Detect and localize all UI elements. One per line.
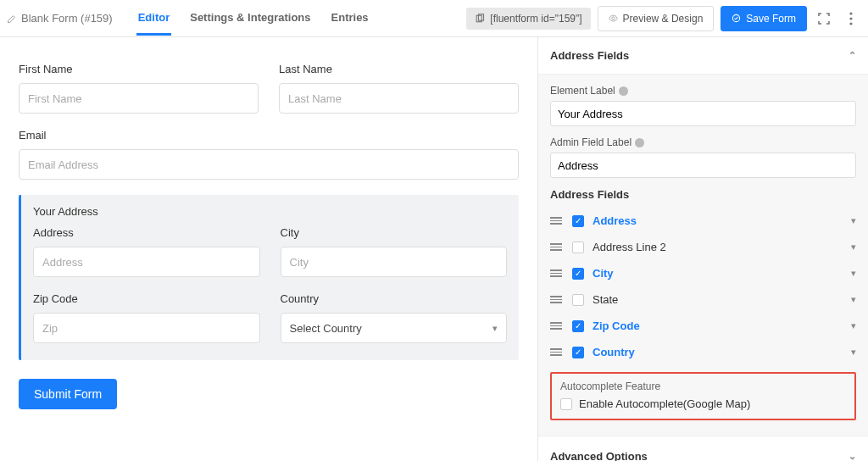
label-last-name: Last Name [279, 63, 519, 75]
field-first-name[interactable]: First Name [19, 63, 259, 114]
submit-button[interactable]: Submit Form [19, 379, 117, 409]
chevron-down-icon[interactable]: ▾ [851, 347, 856, 358]
info-icon[interactable] [619, 86, 628, 96]
autocomplete-label: Enable Autocomplete(Google Map) [579, 397, 750, 410]
address-field-label[interactable]: Country [593, 346, 843, 358]
advanced-options[interactable]: Advanced Options ⌄ [538, 436, 868, 461]
chevron-down-icon[interactable]: ▾ [851, 215, 856, 226]
element-label-caption: Element Label [550, 85, 856, 97]
address-field-row: Country▾ [550, 339, 856, 365]
save-button[interactable]: Save Form [721, 6, 807, 31]
address-field-label[interactable]: Address Line 2 [593, 241, 843, 253]
address-field-row: City▾ [550, 260, 856, 286]
element-label-row: Element Label [550, 85, 856, 126]
drag-handle-icon[interactable] [550, 217, 564, 225]
field-last-name[interactable]: Last Name [279, 63, 519, 114]
input-last-name[interactable] [279, 83, 519, 114]
svg-point-2 [611, 17, 614, 19]
address-field-row: Address▾ [550, 208, 856, 234]
eye-icon [609, 14, 618, 23]
address-field-checkbox[interactable] [572, 268, 584, 280]
label-address: Address [33, 226, 260, 239]
main: First Name Last Name Email Your Address … [0, 37, 868, 461]
advanced-options-label: Advanced Options [550, 450, 648, 461]
tabs: Editor Settings & Integrations Entries [136, 1, 370, 36]
more-icon[interactable] [844, 12, 858, 25]
field-zip[interactable]: Zip Code [33, 292, 260, 343]
admin-label-caption: Admin Field Label [550, 136, 856, 148]
label-city: City [281, 226, 508, 239]
address-field-checkbox[interactable] [572, 242, 584, 253]
form-title-text: Blank Form (#159) [21, 12, 113, 25]
accordion-address-fields[interactable]: Address Fields ⌃ [538, 37, 868, 75]
input-zip[interactable] [33, 313, 260, 343]
selected-block-title: Your Address [33, 205, 507, 218]
form-canvas: First Name Last Name Email Your Address … [0, 37, 537, 461]
label-first-name: First Name [19, 63, 259, 75]
address-field-checkbox[interactable] [572, 320, 584, 332]
shortcode-pill[interactable]: [fluentform id="159"] [466, 8, 590, 30]
field-country[interactable]: Country Select Country ▾ [281, 292, 508, 343]
info-icon[interactable] [635, 138, 644, 147]
label-country: Country [281, 292, 508, 305]
form-title[interactable]: Blank Form (#159) [7, 12, 113, 25]
expand-icon[interactable] [817, 12, 831, 25]
field-email[interactable]: Email [19, 129, 519, 180]
drag-handle-icon[interactable] [550, 322, 564, 330]
input-address[interactable] [33, 247, 260, 277]
autocomplete-checkbox[interactable] [560, 398, 572, 410]
save-label: Save Form [746, 13, 796, 25]
chevron-down-icon[interactable]: ▾ [851, 320, 856, 331]
chevron-up-icon: ⌃ [849, 50, 856, 61]
select-country-value: Select Country [290, 322, 362, 335]
address-field-label[interactable]: State [593, 293, 843, 306]
label-email: Email [19, 129, 519, 142]
address-field-checkbox[interactable] [572, 347, 584, 358]
selected-address-block[interactable]: Your Address Address City Zip Code Count… [19, 195, 519, 360]
svg-point-5 [849, 17, 852, 19]
drag-handle-icon[interactable] [550, 348, 564, 356]
address-field-label[interactable]: Address [593, 214, 843, 227]
preview-label: Preview & Design [623, 13, 704, 25]
address-field-label[interactable]: Zip Code [593, 319, 843, 332]
address-field-row: Zip Code▾ [550, 313, 856, 339]
autocomplete-title: Autocomplete Feature [560, 380, 846, 392]
element-label-input[interactable] [550, 101, 856, 126]
address-field-label[interactable]: City [593, 267, 843, 280]
chevron-down-icon[interactable]: ▾ [851, 242, 856, 253]
drag-handle-icon[interactable] [550, 243, 564, 251]
field-city[interactable]: City [281, 226, 508, 277]
input-first-name[interactable] [19, 83, 259, 114]
address-fields-subhead: Address Fields [550, 188, 856, 201]
field-address[interactable]: Address [33, 226, 260, 277]
address-field-checkbox[interactable] [572, 215, 584, 227]
svg-point-6 [849, 22, 852, 25]
topbar-right: [fluentform id="159"] Preview & Design S… [466, 6, 861, 31]
drag-handle-icon[interactable] [550, 296, 564, 303]
copy-icon [475, 14, 485, 24]
address-field-row: State▾ [550, 286, 856, 313]
address-field-checkbox[interactable] [572, 294, 584, 306]
tab-settings[interactable]: Settings & Integrations [188, 1, 312, 36]
check-circle-icon [732, 14, 741, 23]
preview-button[interactable]: Preview & Design [598, 6, 715, 31]
topbar-left: Blank Form (#159) Editor Settings & Inte… [7, 1, 466, 36]
pencil-icon [7, 14, 17, 24]
select-country[interactable]: Select Country ▾ [281, 313, 508, 343]
drag-handle-icon[interactable] [550, 269, 564, 277]
chevron-down-icon[interactable]: ▾ [851, 294, 856, 305]
input-city[interactable] [281, 247, 508, 277]
tab-editor[interactable]: Editor [136, 1, 172, 36]
shortcode-text: [fluentform id="159"] [490, 13, 581, 25]
accordion-body: Element Label Admin Field Label Address … [538, 75, 868, 436]
address-field-row: Address Line 2▾ [550, 234, 856, 260]
admin-label-input[interactable] [550, 153, 856, 178]
input-email[interactable] [19, 149, 519, 180]
autocomplete-feature-box: Autocomplete Feature Enable Autocomplete… [550, 372, 856, 420]
tab-entries[interactable]: Entries [330, 1, 370, 36]
chevron-down-icon: ▾ [492, 323, 498, 334]
sidebar: Address Fields ⌃ Element Label Admin Fie… [537, 37, 868, 461]
label-zip: Zip Code [33, 292, 260, 305]
admin-label-row: Admin Field Label [550, 136, 856, 178]
chevron-down-icon[interactable]: ▾ [851, 268, 856, 279]
